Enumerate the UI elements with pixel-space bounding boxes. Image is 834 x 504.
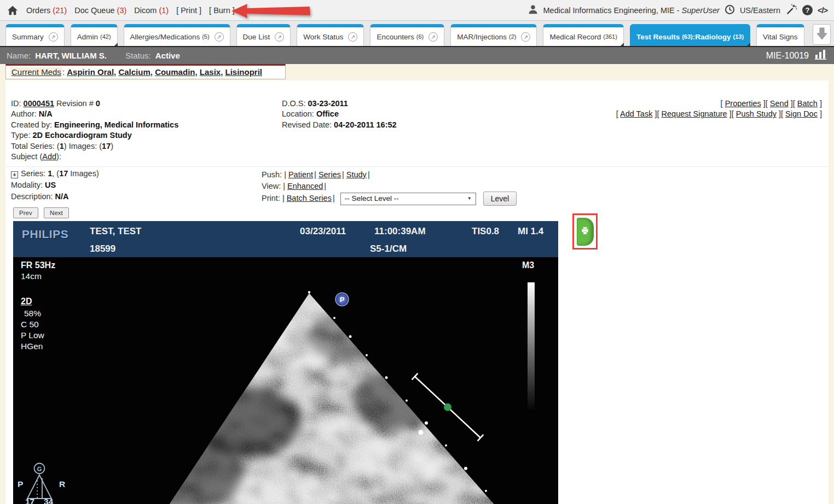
vendor-logo: PHILIPS xyxy=(22,228,68,241)
patient-mrn: MIE-10019 xyxy=(766,51,809,61)
us-tis: TIS0.8 xyxy=(472,226,499,237)
tab-mar-injections[interactable]: MAR/Injections (2) ↗ xyxy=(450,24,537,46)
tab-allergies-medications[interactable]: Allergies/Medications (5) ↗ xyxy=(124,24,230,46)
location-label: Location: xyxy=(282,109,314,118)
expand-series-icon[interactable]: + xyxy=(11,171,18,178)
ultrasound-body: P G FR 53Hz 14cm 2D 58% C 50 P Low HGen … xyxy=(13,257,558,504)
sign-doc-link[interactable]: Sign Doc xyxy=(785,109,818,118)
popout-icon[interactable]: ↗ xyxy=(428,32,438,42)
med-link-aspirin[interactable]: Aspirin Oral xyxy=(67,67,114,77)
ultrasound-header: PHILIPS TEST, TEST 18599 03/23/2011 11:0… xyxy=(13,221,558,257)
ultrasound-image-viewer[interactable]: PHILIPS TEST, TEST 18599 03/23/2011 11:0… xyxy=(13,221,558,504)
tab-count: (5) xyxy=(202,33,209,40)
view-enhanced-link[interactable]: Enhanced xyxy=(287,182,323,190)
print-link[interactable]: [ Print ] xyxy=(176,6,201,15)
dos-row: D.O.S: 03-23-2011 xyxy=(282,99,397,109)
doc-series-row: Total Series: 1 Images: 17 xyxy=(11,141,178,152)
med-link-calcium[interactable]: Calcium xyxy=(118,67,150,77)
batch-link[interactable]: Batch xyxy=(797,99,818,108)
tab-vital-signs[interactable]: Vital Signs xyxy=(756,24,804,46)
patient-bar: Name: HART, WILLIAM S. Status: Active MI… xyxy=(0,47,834,64)
user-name-text: Medical Informatics Engineering, MIE - xyxy=(543,6,680,15)
description-label: Description: xyxy=(11,192,53,201)
print-image-button[interactable] xyxy=(577,218,594,246)
printer-icon xyxy=(580,226,590,237)
patient-name-label: Name: xyxy=(7,51,31,60)
properties-link[interactable]: Properties xyxy=(725,99,761,108)
tab-due-list[interactable]: Due List ↗ xyxy=(236,24,291,46)
dos-value: 03-23-2011 xyxy=(308,99,348,108)
orders-link[interactable]: Orders (21) xyxy=(26,6,67,15)
tab-work-status[interactable]: Work Status ↗ xyxy=(297,24,364,46)
push-series-link[interactable]: Series xyxy=(318,170,341,179)
tab-encounters[interactable]: Encounters (6) ↗ xyxy=(370,24,444,46)
subject-add-link[interactable]: Add xyxy=(42,152,56,161)
home-icon[interactable] xyxy=(7,5,19,16)
created-label: Created by: xyxy=(11,120,52,129)
chart-stats-icon[interactable] xyxy=(814,49,827,62)
actions-row-1: PropertiesSendBatch xyxy=(616,99,822,109)
corner-fold-icon xyxy=(114,43,118,47)
push-patient-link[interactable]: Patient xyxy=(288,170,313,179)
magic-wand-icon[interactable] xyxy=(785,3,797,17)
tab-label: Medical Record xyxy=(549,33,601,41)
description-row: Description: N/A xyxy=(11,191,99,202)
code-icon[interactable]: </> xyxy=(818,6,827,15)
popout-icon[interactable]: ↗ xyxy=(521,32,530,42)
tab-label: Admin xyxy=(77,33,98,41)
prev-button[interactable]: Prev xyxy=(13,207,38,218)
doc-queue-link[interactable]: Doc Queue (3) xyxy=(74,6,126,15)
document-info-secondary: D.O.S: 03-23-2011 Location: Office Revis… xyxy=(282,99,397,130)
push-study-link[interactable]: Push Study xyxy=(736,109,777,118)
tab-summary[interactable]: Summary ↗ xyxy=(5,24,65,46)
help-icon[interactable]: ? xyxy=(802,5,813,15)
next-button[interactable]: Next xyxy=(44,207,69,218)
top-bar-right: Medical Informatics Engineering, MIE - S… xyxy=(528,3,834,17)
current-meds-label[interactable]: Current Meds xyxy=(10,67,62,77)
send-link[interactable]: Send xyxy=(770,99,789,108)
user-name[interactable]: Medical Informatics Engineering, MIE - S… xyxy=(543,6,720,15)
description-value: N/A xyxy=(55,192,69,201)
patient-info: Name: HART, WILLIAM S. Status: Active xyxy=(7,51,180,60)
push-study-link[interactable]: Study xyxy=(346,170,367,179)
tab-medical-record[interactable]: Medical Record (361) xyxy=(543,24,623,46)
created-value: Engineering, Medical Informatics xyxy=(54,120,178,129)
popout-icon[interactable]: ↗ xyxy=(275,32,284,42)
tab-test-results-radiology[interactable]: Test Results (63) :Radiology (13) xyxy=(630,24,750,46)
add-task-link[interactable]: Add Task xyxy=(620,109,652,118)
popout-icon[interactable]: ↗ xyxy=(215,32,224,42)
tab-count: (6) xyxy=(416,33,424,40)
patient-id-group: MIE-10019 xyxy=(766,49,827,62)
compression-label: C 50 xyxy=(21,320,39,329)
gain-label: 58% xyxy=(24,309,41,318)
subject-label: Subject xyxy=(11,152,37,161)
med-link-lisinopril[interactable]: Lisinopril xyxy=(225,67,263,77)
revision-value: 0 xyxy=(96,99,100,108)
popout-icon[interactable]: ↗ xyxy=(49,32,58,42)
image-nav: Prev Next xyxy=(13,207,72,218)
doc-subject-row: Subject Add xyxy=(11,152,178,162)
burn-link[interactable]: [ Burn ] xyxy=(209,6,235,15)
modality-row: Modality: US xyxy=(11,179,99,191)
top-bar-left: Orders (21) Doc Queue (3) Dicom (1) [ Pr… xyxy=(0,5,235,16)
popout-icon[interactable]: ↗ xyxy=(348,32,357,42)
tab-label: Vital Signs xyxy=(763,33,798,41)
images-value: 17 xyxy=(102,142,111,150)
timezone-label[interactable]: US/Eastern xyxy=(740,6,780,15)
dicom-count: (1) xyxy=(159,6,169,15)
level-button[interactable]: Level xyxy=(483,192,517,206)
batch-series-link[interactable]: Batch Series xyxy=(287,194,332,202)
user-icon xyxy=(528,4,538,16)
med-link-coumadin[interactable]: Coumadin xyxy=(155,67,195,77)
print-level-select[interactable]: -- Select Level --▼ xyxy=(340,193,476,205)
dicom-link[interactable]: Dicom (1) xyxy=(134,6,169,15)
med-item: Coumadin xyxy=(155,67,200,77)
tab-overflow-button[interactable] xyxy=(813,24,831,45)
med-link-lasix[interactable]: Lasix xyxy=(200,67,221,77)
us-study-id: 18599 xyxy=(90,244,115,254)
request-signature-link[interactable]: Request Signature xyxy=(662,109,727,118)
push-series: Series xyxy=(314,170,341,179)
doc-id-link[interactable]: 0000451 xyxy=(24,99,54,108)
map-label: M3 xyxy=(522,260,534,270)
tab-admin[interactable]: Admin (42) xyxy=(71,24,118,46)
